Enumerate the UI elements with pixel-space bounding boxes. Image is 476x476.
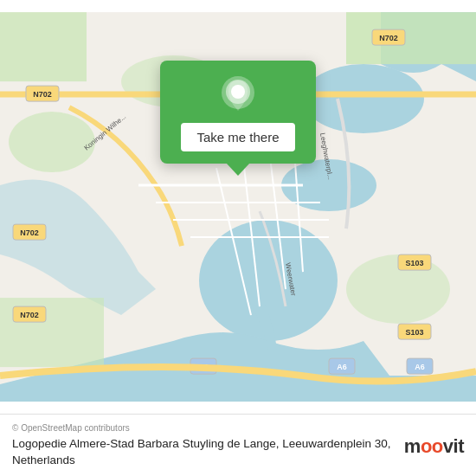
svg-text:S103: S103 bbox=[405, 259, 423, 267]
svg-text:N702: N702 bbox=[379, 34, 398, 42]
svg-point-3 bbox=[303, 64, 424, 133]
bottom-left-info: © OpenStreetMap contributors Logopedie A… bbox=[12, 423, 394, 469]
svg-text:A6: A6 bbox=[337, 363, 347, 371]
app-container: N702 N702 N702 N702 N702 S103 S103 A6 A6… bbox=[0, 0, 476, 476]
svg-text:S103: S103 bbox=[405, 328, 423, 337]
map-popup: Take me there bbox=[160, 61, 316, 164]
svg-text:N702: N702 bbox=[20, 311, 39, 319]
moovit-logo: moovit bbox=[404, 435, 464, 458]
moovit-text: moovit bbox=[404, 435, 464, 458]
svg-text:N702: N702 bbox=[33, 90, 52, 99]
attribution-text: © OpenStreetMap contributors bbox=[12, 423, 394, 433]
take-me-there-button[interactable]: Take me there bbox=[181, 123, 294, 151]
svg-rect-4 bbox=[0, 12, 87, 81]
moovit-dot: oo bbox=[421, 435, 443, 457]
svg-text:N702: N702 bbox=[20, 228, 39, 237]
map-area: N702 N702 N702 N702 N702 S103 S103 A6 A6… bbox=[0, 0, 476, 414]
location-name: Logopedie Almere-Stad Barbara Stuyling d… bbox=[12, 436, 394, 469]
svg-text:A6: A6 bbox=[415, 363, 425, 371]
location-pin-icon bbox=[222, 76, 254, 114]
svg-rect-5 bbox=[346, 12, 476, 64]
svg-point-6 bbox=[9, 112, 95, 172]
bottom-bar: © OpenStreetMap contributors Logopedie A… bbox=[0, 414, 476, 476]
